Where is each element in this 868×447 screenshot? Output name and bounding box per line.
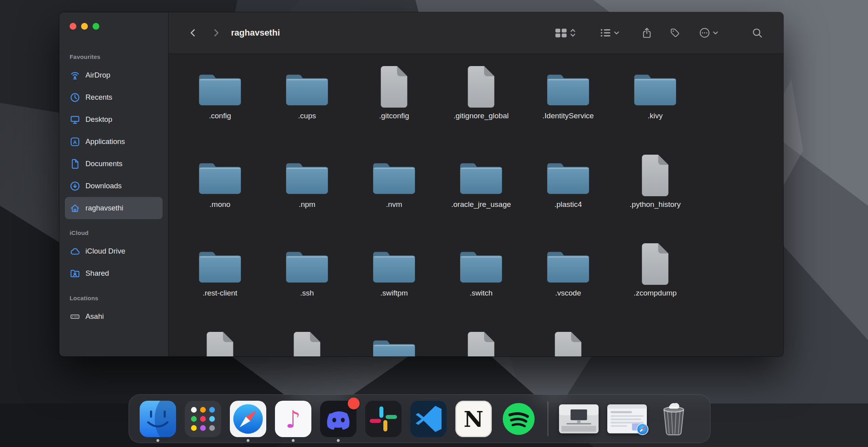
sidebar-item-desktop[interactable]: Desktop bbox=[65, 108, 163, 131]
tag-icon bbox=[670, 28, 680, 38]
dock-item-discord[interactable] bbox=[320, 401, 356, 437]
sidebar-item-label: Recents bbox=[85, 93, 112, 102]
folder-item-oracle-jre-usage[interactable]: .oracle_jre_usage bbox=[438, 148, 525, 237]
file-item-label: .python_history bbox=[630, 200, 681, 209]
sidebar-section: iCloud iCloud Drive Shared bbox=[65, 229, 163, 284]
dock-item-slack[interactable] bbox=[365, 401, 402, 437]
chevron-up-down-icon bbox=[570, 28, 576, 38]
folder-item-ssh[interactable]: .ssh bbox=[263, 237, 351, 325]
music-icon: ♪ bbox=[275, 401, 311, 437]
view-options-button[interactable] bbox=[555, 28, 576, 38]
home-icon bbox=[70, 203, 80, 214]
folder-item-swiftpm[interactable]: .swiftpm bbox=[351, 237, 438, 325]
file-browser-content: .config .cups .gitconfig .gitignore_glob… bbox=[169, 54, 783, 356]
running-indicator bbox=[157, 439, 159, 442]
file-item-label: .mono bbox=[210, 200, 231, 209]
dock-item-trash[interactable] bbox=[656, 401, 692, 437]
file-item-row4-22[interactable] bbox=[525, 325, 612, 356]
sidebar-item-icloud-drive[interactable]: iCloud Drive bbox=[65, 240, 163, 262]
folder-item-nvm[interactable]: .nvm bbox=[351, 148, 438, 237]
folder-icon bbox=[371, 325, 417, 356]
sidebar-item-downloads[interactable]: Downloads bbox=[65, 175, 163, 197]
search-button[interactable] bbox=[752, 28, 763, 38]
svg-text:♪: ♪ bbox=[286, 405, 301, 433]
folder-icon bbox=[197, 148, 243, 196]
folder-icon bbox=[545, 237, 591, 285]
forward-button[interactable] bbox=[211, 28, 221, 38]
file-item-row4-19[interactable] bbox=[263, 325, 351, 356]
dock-item-launchpad[interactable] bbox=[185, 401, 221, 437]
dock-item-music[interactable]: ♪ bbox=[275, 401, 311, 437]
folder-item-mono[interactable]: .mono bbox=[176, 148, 263, 237]
file-item-row4-18[interactable] bbox=[176, 325, 263, 356]
zoom-button[interactable] bbox=[93, 23, 99, 30]
folder-item-vscode[interactable]: .vscode bbox=[525, 237, 612, 325]
file-item-label: .swiftpm bbox=[380, 289, 408, 297]
folder-item-config[interactable]: .config bbox=[176, 59, 263, 148]
sidebar-item-applications[interactable]: A Applications bbox=[65, 131, 163, 153]
sidebar-item-asahi[interactable]: Asahi bbox=[65, 305, 163, 328]
file-item-label: .switch bbox=[470, 289, 493, 297]
close-button[interactable] bbox=[70, 23, 76, 30]
document-icon bbox=[70, 159, 80, 169]
sidebar-item-documents[interactable]: Documents bbox=[65, 153, 163, 175]
shared-folder-icon bbox=[70, 268, 80, 279]
folder-item-plastic4[interactable]: .plastic4 bbox=[525, 148, 612, 237]
file-item-label: .rest-client bbox=[203, 289, 237, 297]
running-indicator bbox=[337, 439, 340, 442]
sidebar-section-list: AirDrop Recents Desktop A Applications D… bbox=[65, 64, 163, 219]
file-grid: .config .cups .gitconfig .gitignore_glob… bbox=[176, 59, 783, 356]
back-button[interactable] bbox=[188, 28, 198, 38]
dock-item-notion[interactable]: N bbox=[455, 401, 492, 437]
file-item-label: .gitignore_global bbox=[453, 112, 508, 120]
safari-mini-badge bbox=[637, 423, 648, 435]
share-button[interactable] bbox=[642, 27, 652, 39]
dock-item-window-thumbnail-2[interactable] bbox=[607, 404, 647, 434]
more-actions-button[interactable] bbox=[699, 27, 718, 38]
file-item-zcompdump[interactable]: .zcompdump bbox=[612, 237, 699, 325]
file-item-python-history[interactable]: .python_history bbox=[612, 148, 699, 237]
folder-item-switch[interactable]: .switch bbox=[438, 237, 525, 325]
folder-item-row4-20[interactable] bbox=[351, 325, 438, 356]
dock-item-safari[interactable] bbox=[230, 401, 266, 437]
finder-icon bbox=[140, 401, 176, 437]
file-icon bbox=[464, 59, 498, 108]
dock-separator bbox=[548, 402, 548, 436]
file-item-gitignore-global[interactable]: .gitignore_global bbox=[438, 59, 525, 148]
folder-icon bbox=[371, 148, 417, 196]
file-item-label: .gitconfig bbox=[379, 112, 409, 120]
grid-view-icon bbox=[555, 28, 567, 38]
file-icon bbox=[290, 325, 324, 356]
file-item-row4-21[interactable] bbox=[438, 325, 525, 356]
folder-item-kivy[interactable]: .kivy bbox=[612, 59, 699, 148]
file-item-label: .vscode bbox=[555, 289, 581, 297]
sidebar-item-shared[interactable]: Shared bbox=[65, 262, 163, 284]
file-item-label: .config bbox=[209, 112, 231, 120]
sidebar-item-airdrop[interactable]: AirDrop bbox=[65, 64, 163, 86]
dock-item-spotify[interactable] bbox=[500, 401, 537, 437]
sidebar-item-raghavsethi[interactable]: raghavsethi bbox=[65, 197, 163, 219]
sidebar-section: Locations Asahi bbox=[65, 295, 163, 328]
dock-item-finder[interactable] bbox=[140, 401, 176, 437]
folder-item-identityservice[interactable]: .IdentityService bbox=[525, 59, 612, 148]
folder-item-rest-client[interactable]: .rest-client bbox=[176, 237, 263, 325]
sidebar-item-label: iCloud Drive bbox=[85, 247, 125, 256]
group-button[interactable] bbox=[600, 28, 619, 38]
window-title: raghavsethi bbox=[231, 28, 280, 38]
minimize-button[interactable] bbox=[81, 23, 88, 30]
file-icon bbox=[638, 237, 672, 285]
share-icon bbox=[642, 27, 652, 39]
file-item-gitconfig[interactable]: .gitconfig bbox=[351, 59, 438, 148]
sidebar-section-list: iCloud Drive Shared bbox=[65, 240, 163, 284]
window-controls bbox=[59, 12, 168, 30]
dock-item-vscode[interactable] bbox=[410, 401, 447, 437]
folder-item-npm[interactable]: .npm bbox=[263, 148, 351, 237]
sidebar-item-label: Asahi bbox=[85, 312, 104, 321]
vscode-icon bbox=[410, 401, 447, 437]
tags-button[interactable] bbox=[670, 28, 680, 38]
folder-item-cups[interactable]: .cups bbox=[263, 59, 351, 148]
dock-item-window-thumbnail-1[interactable] bbox=[559, 404, 599, 434]
sidebar-item-label: Documents bbox=[85, 159, 123, 168]
sidebar-item-recents[interactable]: Recents bbox=[65, 86, 163, 108]
search-icon bbox=[752, 28, 763, 38]
